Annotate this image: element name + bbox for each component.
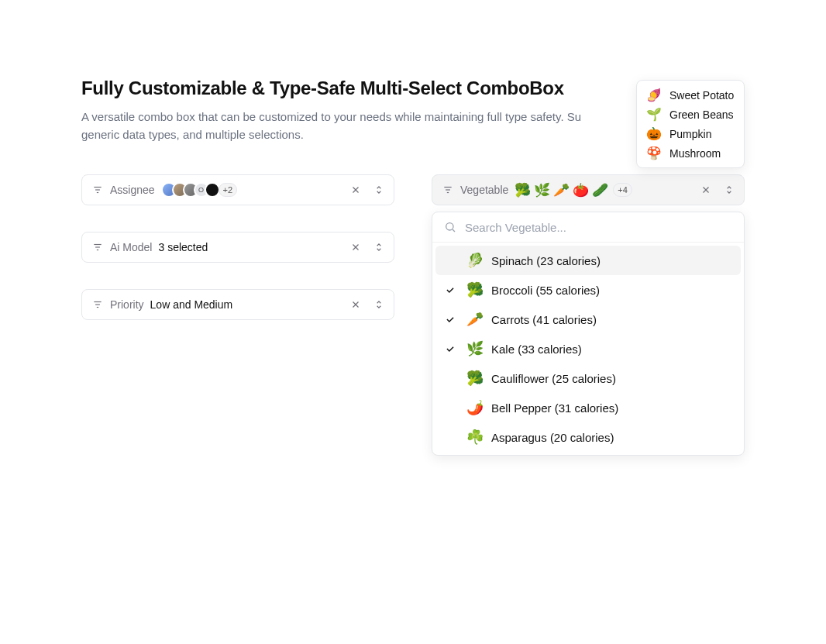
option-icon: 🥦 [466, 370, 482, 387]
assignee-more-chip: +2 [219, 183, 238, 197]
option-icon: 🥕 [466, 311, 482, 328]
search-icon [443, 220, 457, 234]
overflow-tooltip: 🍠 Sweet Potato 🌱 Green Beans 🎃 Pumpkin 🍄… [636, 80, 745, 168]
filter-icon [442, 184, 454, 196]
filter-icon [91, 298, 104, 311]
kale-icon: 🌿 [534, 182, 550, 198]
green-beans-icon: 🌱 [646, 107, 662, 122]
overflow-item: 🍠 Sweet Potato [645, 85, 736, 105]
aimodel-value: 3 selected [158, 241, 208, 253]
broccoli-icon: 🥦 [515, 182, 531, 198]
mushroom-icon: 🍄 [646, 146, 662, 160]
cucumber-icon: 🥒 [592, 182, 608, 198]
filter-icon [91, 241, 104, 253]
expand-button[interactable] [370, 239, 387, 256]
option-label: Broccoli (55 calories) [491, 284, 600, 297]
priority-label: Priority [110, 298, 144, 311]
overflow-item: 🎃 Pumpkin [645, 124, 736, 143]
option-label: Carrots (41 calories) [491, 313, 597, 326]
expand-button[interactable] [370, 296, 387, 313]
option-label: Spinach (23 calories) [491, 254, 601, 267]
assignee-combobox[interactable]: Assignee O +2 [81, 174, 394, 205]
option-item[interactable]: 🥬Spinach (23 calories) [435, 246, 741, 275]
option-icon: ☘️ [466, 429, 482, 446]
aimodel-combobox[interactable]: Ai Model 3 selected [81, 232, 394, 263]
overflow-item-label: Pumpkin [669, 128, 711, 140]
search-input[interactable] [465, 221, 733, 234]
check-icon [443, 314, 457, 325]
pumpkin-icon: 🎃 [646, 126, 662, 141]
option-icon: 🌶️ [466, 399, 482, 416]
svg-line-21 [453, 229, 455, 232]
vegetable-more-chip[interactable]: +4 [613, 183, 632, 197]
overflow-item-label: Sweet Potato [669, 89, 734, 102]
priority-combobox[interactable]: Priority Low and Medium [81, 289, 394, 320]
option-item[interactable]: 🥦Cauliflower (25 calories) [435, 363, 741, 393]
option-icon: 🌿 [466, 340, 482, 357]
check-icon [443, 343, 457, 354]
option-label: Cauliflower (25 calories) [491, 372, 616, 385]
avatar [205, 182, 220, 198]
vegetable-label: Vegetable [460, 184, 508, 196]
option-label: Kale (33 calories) [491, 343, 582, 356]
aimodel-label: Ai Model [110, 241, 152, 253]
clear-button[interactable] [347, 239, 364, 256]
tomato-icon: 🍅 [573, 182, 589, 198]
option-item[interactable]: 🥕Carrots (41 calories) [435, 305, 741, 334]
vegetable-selected-icons: 🥦 🌿 🥕 🍅 🥒 +4 [515, 182, 632, 198]
overflow-item-label: Green Beans [669, 108, 734, 121]
clear-button[interactable] [697, 181, 714, 198]
overflow-item: 🌱 Green Beans [645, 105, 736, 124]
vegetable-dropdown: 🥬Spinach (23 calories)🥦Broccoli (55 calo… [432, 212, 745, 456]
option-item[interactable]: 🌶️Bell Pepper (31 calories) [435, 393, 741, 422]
option-item[interactable]: ☘️Asparagus (20 calories) [435, 422, 741, 452]
option-item[interactable]: 🥦Broccoli (55 calories) [435, 275, 741, 305]
option-label: Bell Pepper (31 calories) [491, 401, 618, 415]
overflow-item: 🍄 Mushroom [645, 143, 736, 163]
expand-button[interactable] [721, 181, 738, 198]
sweet-potato-icon: 🍠 [646, 88, 662, 102]
option-item[interactable]: 🌿Kale (33 calories) [435, 334, 741, 363]
carrot-icon: 🥕 [553, 182, 570, 198]
assignee-avatars: O +2 [161, 182, 238, 198]
clear-button[interactable] [347, 296, 364, 313]
clear-button[interactable] [347, 181, 364, 198]
overflow-item-label: Mushroom [669, 147, 721, 160]
assignee-label: Assignee [110, 184, 155, 196]
priority-value: Low and Medium [150, 298, 233, 311]
option-icon: 🥦 [466, 281, 482, 298]
check-icon [443, 284, 457, 295]
filter-icon [91, 184, 104, 196]
option-label: Asparagus (20 calories) [491, 431, 614, 444]
svg-point-20 [446, 223, 453, 230]
options-list[interactable]: 🥬Spinach (23 calories)🥦Broccoli (55 calo… [432, 243, 744, 455]
vegetable-combobox[interactable]: Vegetable 🥦 🌿 🥕 🍅 🥒 +4 [432, 174, 745, 205]
option-icon: 🥬 [466, 252, 482, 269]
expand-button[interactable] [370, 181, 387, 198]
